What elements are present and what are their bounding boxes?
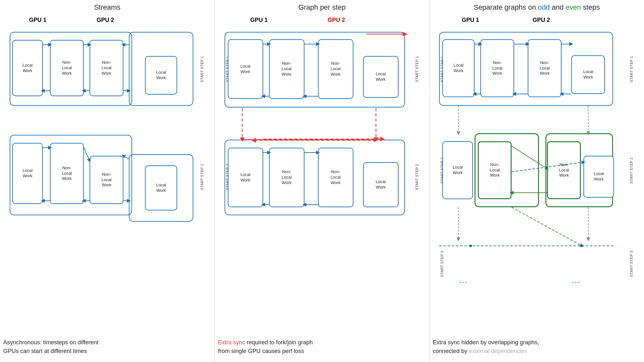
section1-step1-right-label: START STEP 1 xyxy=(200,56,204,82)
s2-step1-nonlocal1: Non-LocalWork xyxy=(269,39,304,99)
section2-bottom-line2: from single GPU causes perf loss xyxy=(218,348,304,354)
s3-step3-dots1: … xyxy=(458,275,467,285)
section1-gpu1-label: GPU 1 xyxy=(29,17,46,23)
s3-step2-nonlocal1: Non-LocalWork xyxy=(478,141,512,199)
section3-gpu2-label: GPU 2 xyxy=(533,17,550,23)
section3-title-odd: odd xyxy=(538,3,550,11)
s1-step1-gpu2-local: LocalWork xyxy=(145,56,177,95)
section3-bottom-line2-black: connected by xyxy=(433,348,469,354)
section3-title-even: even xyxy=(565,3,581,11)
section-graph: Graph per step GPU 1 GPU 2 START STEP 1 … xyxy=(215,0,430,362)
s2-step2-nonlocal1: Non-LocalWork xyxy=(269,148,304,207)
section-separate: Separate graphs on odd and even steps GP… xyxy=(429,0,644,362)
section2-step2-right: START STEP 2 xyxy=(415,164,419,190)
section2-title: Graph per step xyxy=(218,3,426,12)
section3-title-end: steps xyxy=(581,3,600,11)
section1-bottom-line2: GPUs can start at different times xyxy=(3,348,87,354)
s1-step1-gpu1-nonlocal1: Non-LocalWork xyxy=(50,40,84,96)
svg-point-42 xyxy=(581,245,583,247)
section3-title-mid: and xyxy=(550,3,566,11)
s1-step2-gpu2-local: LocalWork xyxy=(145,165,177,210)
s1-step2-gpu1-nonlocal2: Non-LocalWork xyxy=(90,156,123,204)
s2-step2-local1: LocalWork xyxy=(228,148,263,207)
s1-step1-gpu1-local: LocalWork xyxy=(12,40,43,96)
s1-step2-gpu1-local: LocalWork xyxy=(12,143,43,204)
section2-bottom: Extra sync required to fork/join graph f… xyxy=(218,338,426,356)
section2-bottom-red: Extra sync xyxy=(218,339,245,346)
s2-step2-nonlocal2: Non-LocalWork xyxy=(318,148,353,207)
section3-bottom-line2-gray: external dependencies xyxy=(469,348,527,354)
s3-step1-local2: LocalWork xyxy=(571,55,605,94)
s2-step2-local2: LocalWork xyxy=(363,162,399,207)
section1-step2-right-label: START STEP 2 xyxy=(200,164,204,190)
s3-step1-nonlocal2: Non-LocalWork xyxy=(528,39,562,97)
s3-step2-nonlocal2: Non-LocalWork xyxy=(547,141,581,199)
s3-step1-local1: LocalWork xyxy=(442,39,475,97)
section1-bottom-line1: Asynchronous: timesteps on different xyxy=(3,339,99,346)
section2-gpu2-label: GPU 2 xyxy=(328,17,345,23)
section-streams: Streams GPU 1 GPU 2 START STEP 1 START S… xyxy=(0,0,215,362)
section2-gpu1-label: GPU 1 xyxy=(250,17,268,23)
section1-diagram: GPU 1 GPU 2 START STEP 1 START STEP 2 ST… xyxy=(3,14,211,323)
s2-step1-nonlocal2: Non-LocalWork xyxy=(318,39,353,99)
section3-bottom: Extra sync hidden by overlapping graphs,… xyxy=(433,338,641,356)
section3-title: Separate graphs on odd and even steps xyxy=(433,3,641,12)
section1-title: Streams xyxy=(3,3,211,12)
s2-step1-local1: LocalWork xyxy=(228,39,263,99)
s1-step1-gpu1-nonlocal2: Non-LocalWork xyxy=(90,40,123,96)
s1-step2-gpu1-nonlocal1: Non-LocalWork xyxy=(50,143,84,204)
section3-gpu1-label: GPU 1 xyxy=(462,17,479,23)
section3-diagram: GPU 1 GPU 2 START STEP 1 START STEP 2 ST… xyxy=(433,14,641,323)
section2-diagram: GPU 1 GPU 2 START STEP 1 START STEP 2 ST… xyxy=(218,14,426,323)
s3-step2-local2: LocalWork xyxy=(583,156,614,198)
section3-step3-left: START STEP 3 xyxy=(440,251,444,277)
s2-step1-local2: LocalWork xyxy=(363,56,399,98)
section2-bottom-black: required to fork/join graph xyxy=(245,339,313,346)
s3-step2-local1: LocalWork xyxy=(442,141,473,199)
s3-step3-dots2: … xyxy=(571,275,580,285)
section2-step1-right: START STEP 1 xyxy=(415,56,419,82)
s3-step1-nonlocal1: Non-LocalWork xyxy=(480,39,514,97)
section3-bottom-line1: Extra sync hidden by overlapping graphs, xyxy=(433,339,539,346)
svg-line-43 xyxy=(512,207,582,246)
section3-title-part1: Separate graphs on xyxy=(474,3,538,11)
section3-step1-right: START STEP 1 xyxy=(630,56,633,82)
section3-step2-right: START STEP 2 xyxy=(630,157,633,184)
section1-bottom: Asynchronous: timesteps on different GPU… xyxy=(3,338,211,356)
section1-gpu2-label: GPU 2 xyxy=(97,17,114,23)
section3-step3-right: START STEP 3 xyxy=(630,251,633,277)
svg-point-41 xyxy=(469,245,472,247)
main-container: Streams GPU 1 GPU 2 START STEP 1 START S… xyxy=(0,0,644,362)
